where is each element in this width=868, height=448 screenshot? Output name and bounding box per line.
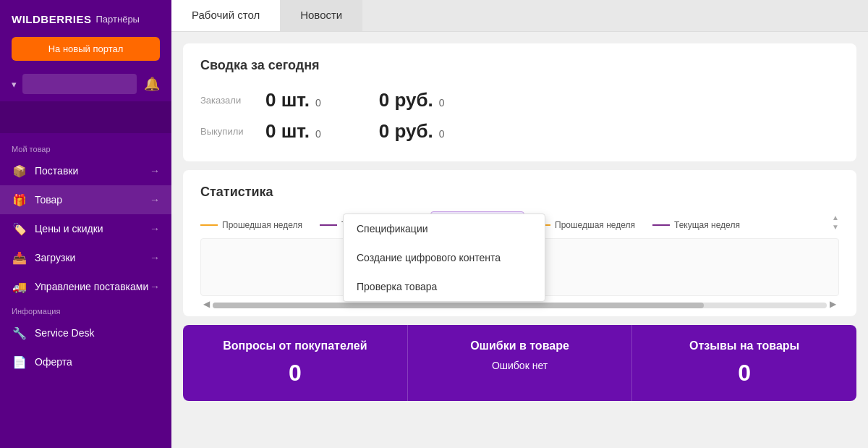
bottom-cards-row: Вопросы от покупателей 0 Ошибки в товаре… bbox=[183, 325, 856, 401]
summary-small-rub: 0 bbox=[439, 97, 445, 109]
legend-label: Прошедшая неделя bbox=[555, 220, 635, 230]
legend-line-curr2 bbox=[652, 224, 670, 226]
prices-icon: 🏷️ bbox=[12, 221, 27, 237]
chart-left-arrow[interactable]: ◀ bbox=[200, 299, 213, 309]
buyer-questions-title: Вопросы от покупателей bbox=[200, 339, 390, 352]
arrow-icon: → bbox=[150, 194, 160, 206]
chart-scrollbar[interactable] bbox=[213, 303, 827, 308]
logo-brand: WILDBERRIES bbox=[12, 13, 92, 25]
arrow-icon: → bbox=[150, 223, 160, 234]
sidebar-item-prices[interactable]: 🏷️ Цены и скидки → bbox=[0, 214, 171, 243]
sidebar-item-manage-supplies[interactable]: 🚚 Управление поставками → bbox=[0, 272, 171, 301]
summary-card: Сводка за сегодня Заказали 0 шт. 0 0 руб… bbox=[183, 43, 856, 161]
summary-title: Сводка за сегодня bbox=[200, 58, 839, 73]
bell-icon[interactable]: 🔔 bbox=[144, 76, 160, 92]
legend-label: Прошедшая неделя bbox=[222, 220, 302, 230]
sidebar-item-oferta[interactable]: 📄 Оферта bbox=[0, 347, 171, 376]
sidebar-item-service-desk[interactable]: 🔧 Service Desk bbox=[0, 318, 171, 347]
summary-value-purchased-rub: 0 руб. 0 bbox=[379, 120, 445, 143]
arrow-icon: → bbox=[150, 165, 160, 177]
summary-label-ordered: Заказали bbox=[200, 95, 265, 106]
chart-scrollbar-thumb bbox=[213, 303, 704, 308]
sidebar-item-label: Товар bbox=[35, 194, 150, 206]
arrow-icon: → bbox=[150, 252, 160, 263]
chevron-down-icon: ▾ bbox=[12, 79, 17, 90]
sidebar-logo: WILDBERRIES Партнёры bbox=[0, 0, 171, 34]
sidebar-search-row: ▾ 🔔 bbox=[0, 69, 171, 98]
sidebar-item-label: Service Desk bbox=[35, 327, 160, 339]
sidebar-search-toggle[interactable]: ▾ bbox=[12, 79, 17, 90]
summary-row-purchased: Выкупили 0 шт. 0 0 руб. 0 bbox=[200, 116, 839, 147]
product-errors-sub: Ошибок нет bbox=[425, 360, 615, 371]
tab-news[interactable]: Новости bbox=[280, 0, 362, 31]
main-content: Рабочий стол Новости Сводка за сегодня З… bbox=[171, 0, 868, 448]
sidebar-search-box[interactable] bbox=[22, 74, 137, 94]
legend-line-prev bbox=[200, 224, 218, 226]
legend-prev-week-2: Прошедшая неделя bbox=[533, 220, 635, 230]
supplies-icon: 📦 bbox=[12, 163, 27, 179]
dropdown-menu: Спецификации Создание цифрового контента… bbox=[343, 214, 545, 302]
product-reviews-value: 0 bbox=[650, 360, 839, 386]
product-reviews-card: Отзывы на товары 0 bbox=[631, 325, 856, 401]
summary-big-rub: 0 руб. bbox=[379, 120, 433, 143]
logo-partners: Партнёры bbox=[96, 14, 140, 25]
section-label-my-product: Мой товар bbox=[0, 139, 171, 156]
buyer-questions-card: Вопросы от покупателей 0 bbox=[183, 325, 407, 401]
sidebar-item-label: Цены и скидки bbox=[35, 223, 150, 234]
stats-title: Статистика bbox=[200, 185, 839, 200]
service-desk-icon: 🔧 bbox=[12, 325, 27, 341]
new-portal-button[interactable]: На новый портал bbox=[12, 37, 160, 61]
summary-row-ordered: Заказали 0 шт. 0 0 руб. 0 bbox=[200, 85, 839, 116]
dropdown-item-check-product[interactable]: Проверка товара bbox=[344, 272, 545, 301]
sidebar-item-label: Управление поставками bbox=[35, 281, 150, 292]
scroll-up-arrow[interactable]: ▲ bbox=[832, 214, 839, 221]
stats-legend-right: Прошедшая неделя Текущая неделя bbox=[533, 220, 740, 230]
sidebar-item-label: Оферта bbox=[35, 356, 160, 368]
dropdown-item-digital-content[interactable]: Создание цифрового контента bbox=[344, 243, 545, 272]
buyer-questions-value: 0 bbox=[200, 360, 390, 386]
summary-value-purchased-pieces: 0 шт. 0 bbox=[265, 120, 321, 143]
tab-workspace[interactable]: Рабочий стол bbox=[171, 0, 280, 31]
legend-line-curr bbox=[320, 224, 337, 226]
product-errors-card: Ошибки в товаре Ошибок нет bbox=[407, 325, 632, 401]
product-errors-title: Ошибки в товаре bbox=[425, 339, 615, 352]
summary-small-val: 0 bbox=[315, 97, 321, 109]
summary-big-val: 0 шт. bbox=[265, 120, 310, 143]
sidebar: WILDBERRIES Партнёры На новый портал ▾ 🔔… bbox=[0, 0, 171, 448]
summary-big-val: 0 шт. bbox=[265, 89, 310, 111]
section-label-info: Информация bbox=[0, 301, 171, 318]
chart-scroll-arrows: ▲ ▼ bbox=[832, 214, 839, 231]
summary-label-purchased: Выкупили bbox=[200, 126, 265, 137]
product-icon: 🎁 bbox=[12, 192, 27, 208]
summary-value-ordered-rub: 0 руб. 0 bbox=[379, 89, 445, 111]
sidebar-item-product[interactable]: 🎁 Товар → bbox=[0, 185, 171, 214]
sidebar-account bbox=[0, 101, 171, 133]
chart-right-arrow[interactable]: ▶ bbox=[827, 299, 839, 309]
legend-label: Текущая неделя bbox=[674, 220, 740, 230]
legend-curr-week-2: Текущая неделя bbox=[652, 220, 740, 230]
tabs-bar: Рабочий стол Новости bbox=[171, 0, 868, 32]
sidebar-item-supplies[interactable]: 📦 Поставки → bbox=[0, 156, 171, 185]
summary-value-ordered-pieces: 0 шт. 0 bbox=[265, 89, 321, 111]
downloads-icon: 📥 bbox=[12, 250, 27, 266]
sidebar-item-label: Загрузки bbox=[35, 252, 150, 263]
sidebar-item-label: Поставки bbox=[35, 165, 150, 177]
summary-small-val: 0 bbox=[315, 128, 321, 140]
sidebar-item-downloads[interactable]: 📥 Загрузки → bbox=[0, 243, 171, 272]
arrow-icon: → bbox=[150, 281, 160, 292]
summary-small-rub: 0 bbox=[439, 128, 445, 140]
product-reviews-title: Отзывы на товары bbox=[650, 339, 839, 352]
manage-supplies-icon: 🚚 bbox=[12, 279, 27, 295]
dropdown-item-specifications[interactable]: Спецификации bbox=[344, 214, 545, 243]
oferta-icon: 📄 bbox=[12, 354, 27, 370]
scroll-down-arrow[interactable]: ▼ bbox=[832, 223, 839, 231]
summary-big-rub: 0 руб. bbox=[379, 89, 433, 111]
legend-prev-week-1: Прошедшая неделя bbox=[200, 220, 302, 230]
